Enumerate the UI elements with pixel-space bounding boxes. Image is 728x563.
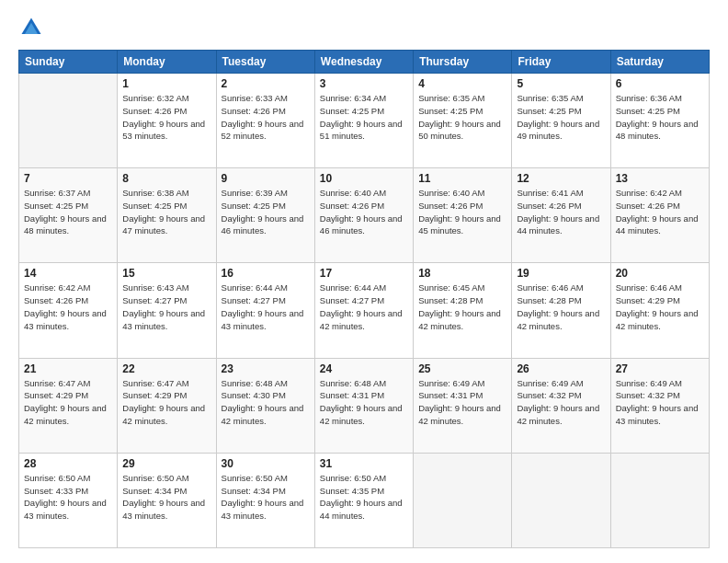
daylight: Daylight: 9 hours and 42 minutes. [517,402,605,428]
day-number: 15 [122,267,210,280]
sunset: Sunset: 4:34 PM [122,485,210,498]
sunset: Sunset: 4:25 PM [517,105,605,118]
day-number: 17 [320,267,408,280]
sunset: Sunset: 4:28 PM [418,294,506,307]
sunrise: Sunrise: 6:35 AM [517,92,605,105]
day-cell [610,453,709,547]
day-cell: 30Sunrise: 6:50 AMSunset: 4:34 PMDayligh… [216,453,314,547]
daylight: Daylight: 9 hours and 42 minutes. [517,307,605,333]
day-cell: 18Sunrise: 6:45 AMSunset: 4:28 PMDayligh… [414,263,512,358]
daylight: Daylight: 9 hours and 43 minutes. [122,497,210,523]
day-number: 26 [517,362,605,375]
day-number: 16 [222,267,310,280]
daylight: Daylight: 9 hours and 48 minutes. [616,118,704,144]
sunrise: Sunrise: 6:50 AM [122,472,210,485]
day-info: Sunrise: 6:38 AMSunset: 4:25 PMDaylight:… [122,187,210,237]
day-cell: 28Sunrise: 6:50 AMSunset: 4:33 PMDayligh… [19,453,118,547]
day-number: 25 [418,362,506,375]
day-cell: 10Sunrise: 6:40 AMSunset: 4:26 PMDayligh… [314,168,413,263]
daylight: Daylight: 9 hours and 53 minutes. [122,118,210,144]
sunset: Sunset: 4:29 PM [616,294,704,307]
daylight: Daylight: 9 hours and 44 minutes. [517,213,605,238]
day-cell: 12Sunrise: 6:41 AMSunset: 4:26 PMDayligh… [512,168,610,263]
sunrise: Sunrise: 6:50 AM [24,472,112,485]
day-cell [19,74,118,168]
sunset: Sunset: 4:26 PM [517,200,605,213]
week-row-4: 21Sunrise: 6:47 AMSunset: 4:29 PMDayligh… [19,358,710,453]
day-cell: 31Sunrise: 6:50 AMSunset: 4:35 PMDayligh… [314,453,413,547]
sunrise: Sunrise: 6:46 AM [517,282,605,294]
weekday-monday: Monday [118,51,216,74]
day-number: 5 [517,77,605,90]
weekday-friday: Friday [512,51,610,74]
weekday-saturday: Saturday [610,51,709,74]
daylight: Daylight: 9 hours and 43 minutes. [24,497,112,523]
sunset: Sunset: 4:26 PM [24,294,112,307]
day-info: Sunrise: 6:44 AMSunset: 4:27 PMDaylight:… [320,282,408,332]
day-info: Sunrise: 6:42 AMSunset: 4:26 PMDaylight:… [24,282,112,332]
day-info: Sunrise: 6:49 AMSunset: 4:32 PMDaylight:… [616,377,704,428]
day-cell [414,453,512,547]
sunrise: Sunrise: 6:40 AM [418,187,506,200]
day-cell: 5Sunrise: 6:35 AMSunset: 4:25 PMDaylight… [512,74,610,168]
day-cell: 7Sunrise: 6:37 AMSunset: 4:25 PMDaylight… [19,168,118,263]
day-cell: 16Sunrise: 6:44 AMSunset: 4:27 PMDayligh… [216,263,314,358]
day-info: Sunrise: 6:47 AMSunset: 4:29 PMDaylight:… [122,377,210,428]
daylight: Daylight: 9 hours and 51 minutes. [320,118,408,144]
day-info: Sunrise: 6:35 AMSunset: 4:25 PMDaylight:… [418,92,506,143]
day-info: Sunrise: 6:46 AMSunset: 4:28 PMDaylight:… [517,282,605,332]
sunrise: Sunrise: 6:50 AM [320,472,408,485]
sunrise: Sunrise: 6:42 AM [616,187,704,200]
week-row-1: 1Sunrise: 6:32 AMSunset: 4:26 PMDaylight… [19,74,710,168]
day-info: Sunrise: 6:49 AMSunset: 4:31 PMDaylight:… [418,377,506,428]
day-cell: 15Sunrise: 6:43 AMSunset: 4:27 PMDayligh… [118,263,216,358]
day-info: Sunrise: 6:36 AMSunset: 4:25 PMDaylight:… [616,92,704,143]
day-number: 20 [616,267,704,280]
daylight: Daylight: 9 hours and 42 minutes. [418,307,506,333]
sunset: Sunset: 4:31 PM [418,389,506,402]
sunrise: Sunrise: 6:32 AM [122,92,210,105]
sunrise: Sunrise: 6:33 AM [222,92,310,105]
day-info: Sunrise: 6:33 AMSunset: 4:26 PMDaylight:… [222,92,310,143]
day-cell: 2Sunrise: 6:33 AMSunset: 4:26 PMDaylight… [216,74,314,168]
sunset: Sunset: 4:27 PM [222,294,310,307]
sunrise: Sunrise: 6:47 AM [24,377,112,390]
daylight: Daylight: 9 hours and 48 minutes. [24,213,112,238]
day-info: Sunrise: 6:47 AMSunset: 4:29 PMDaylight:… [24,377,112,428]
daylight: Daylight: 9 hours and 42 minutes. [418,402,506,428]
weekday-thursday: Thursday [414,51,512,74]
day-number: 10 [320,172,408,185]
sunrise: Sunrise: 6:41 AM [517,187,605,200]
sunrise: Sunrise: 6:42 AM [24,282,112,294]
daylight: Daylight: 9 hours and 43 minutes. [122,307,210,333]
logo-icon [18,15,44,40]
daylight: Daylight: 9 hours and 42 minutes. [320,402,408,428]
day-cell: 8Sunrise: 6:38 AMSunset: 4:25 PMDaylight… [118,168,216,263]
sunrise: Sunrise: 6:49 AM [418,377,506,390]
day-number: 29 [122,457,210,470]
sunset: Sunset: 4:26 PM [122,105,210,118]
day-number: 19 [517,267,605,280]
weekday-header-row: SundayMondayTuesdayWednesdayThursdayFrid… [19,51,710,74]
page: SundayMondayTuesdayWednesdayThursdayFrid… [0,0,728,563]
sunrise: Sunrise: 6:50 AM [222,472,310,485]
sunrise: Sunrise: 6:37 AM [24,187,112,200]
sunset: Sunset: 4:26 PM [616,200,704,213]
day-cell: 20Sunrise: 6:46 AMSunset: 4:29 PMDayligh… [610,263,709,358]
calendar: SundayMondayTuesdayWednesdayThursdayFrid… [18,50,710,548]
sunrise: Sunrise: 6:44 AM [222,282,310,294]
day-cell: 26Sunrise: 6:49 AMSunset: 4:32 PMDayligh… [512,358,610,453]
day-number: 8 [122,172,210,185]
day-number: 21 [24,362,112,375]
day-number: 22 [122,362,210,375]
day-info: Sunrise: 6:40 AMSunset: 4:26 PMDaylight:… [320,187,408,237]
sunset: Sunset: 4:29 PM [24,389,112,402]
daylight: Daylight: 9 hours and 44 minutes. [616,213,704,238]
sunset: Sunset: 4:27 PM [320,294,408,307]
daylight: Daylight: 9 hours and 42 minutes. [122,402,210,428]
day-number: 27 [616,362,704,375]
sunrise: Sunrise: 6:35 AM [418,92,506,105]
day-info: Sunrise: 6:46 AMSunset: 4:29 PMDaylight:… [616,282,704,332]
day-info: Sunrise: 6:49 AMSunset: 4:32 PMDaylight:… [517,377,605,428]
sunset: Sunset: 4:28 PM [517,294,605,307]
